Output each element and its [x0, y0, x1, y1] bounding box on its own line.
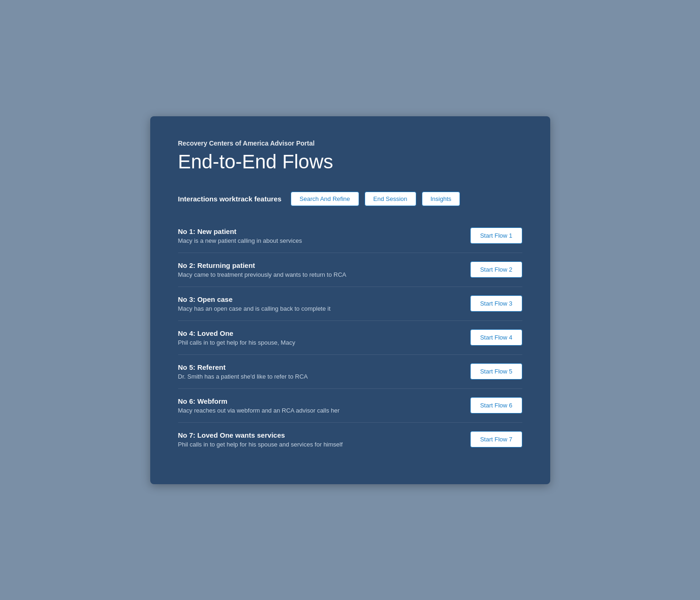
- start-flow-2-button[interactable]: Start Flow 2: [470, 261, 522, 278]
- flows-list: No 1: New patientMacy is a new patient c…: [178, 219, 522, 456]
- flow-info: No 2: Returning patientMacy came to trea…: [178, 261, 471, 278]
- flow-title: No 3: Open case: [178, 295, 471, 303]
- flow-description: Macy is a new patient calling in about s…: [178, 237, 471, 244]
- flow-description: Phil calls in to get help for his spouse…: [178, 339, 471, 346]
- flow-item: No 7: Loved One wants servicesPhil calls…: [178, 423, 522, 456]
- flow-info: No 7: Loved One wants servicesPhil calls…: [178, 431, 471, 448]
- flow-item: No 1: New patientMacy is a new patient c…: [178, 219, 522, 253]
- flow-item: No 3: Open caseMacy has an open case and…: [178, 287, 522, 321]
- flow-description: Macy came to treatment previously and wa…: [178, 271, 471, 278]
- flow-info: No 4: Loved OnePhil calls in to get help…: [178, 329, 471, 346]
- flow-description: Dr. Smith has a patient she'd like to re…: [178, 373, 471, 380]
- start-flow-5-button[interactable]: Start Flow 5: [470, 363, 522, 380]
- main-card: Recovery Centers of America Advisor Port…: [150, 116, 550, 484]
- end-session-button[interactable]: End Session: [365, 192, 416, 206]
- insights-button[interactable]: Insights: [422, 192, 460, 206]
- flow-item: No 2: Returning patientMacy came to trea…: [178, 253, 522, 287]
- start-flow-4-button[interactable]: Start Flow 4: [470, 329, 522, 346]
- flow-info: No 1: New patientMacy is a new patient c…: [178, 227, 471, 244]
- flow-info: No 6: WebformMacy reaches out via webfor…: [178, 397, 471, 414]
- flow-title: No 5: Referent: [178, 363, 471, 371]
- start-flow-1-button[interactable]: Start Flow 1: [470, 227, 522, 244]
- section-label: Interactions worktrack features: [178, 195, 282, 203]
- flow-item: No 5: ReferentDr. Smith has a patient sh…: [178, 355, 522, 389]
- flow-info: No 3: Open caseMacy has an open case and…: [178, 295, 471, 312]
- page-title: End-to-End Flows: [178, 151, 522, 173]
- start-flow-6-button[interactable]: Start Flow 6: [470, 397, 522, 413]
- flow-title: No 6: Webform: [178, 397, 471, 405]
- flow-item: No 6: WebformMacy reaches out via webfor…: [178, 389, 522, 423]
- search-and-refine-button[interactable]: Search And Refine: [291, 192, 359, 206]
- flow-title: No 7: Loved One wants services: [178, 431, 471, 439]
- flow-title: No 4: Loved One: [178, 329, 471, 337]
- flow-description: Macy reaches out via webform and an RCA …: [178, 407, 471, 414]
- section-header: Interactions worktrack features Search A…: [178, 192, 522, 206]
- flow-description: Macy has an open case and is calling bac…: [178, 305, 471, 312]
- flow-title: No 2: Returning patient: [178, 261, 471, 269]
- outer-container: Recovery Centers of America Advisor Port…: [0, 0, 700, 600]
- start-flow-7-button[interactable]: Start Flow 7: [470, 431, 522, 447]
- flow-title: No 1: New patient: [178, 227, 471, 235]
- flow-description: Phil calls in to get help for his spouse…: [178, 441, 471, 448]
- flow-info: No 5: ReferentDr. Smith has a patient sh…: [178, 363, 471, 380]
- portal-label: Recovery Centers of America Advisor Port…: [178, 140, 522, 147]
- flow-item: No 4: Loved OnePhil calls in to get help…: [178, 321, 522, 355]
- start-flow-3-button[interactable]: Start Flow 3: [470, 295, 522, 312]
